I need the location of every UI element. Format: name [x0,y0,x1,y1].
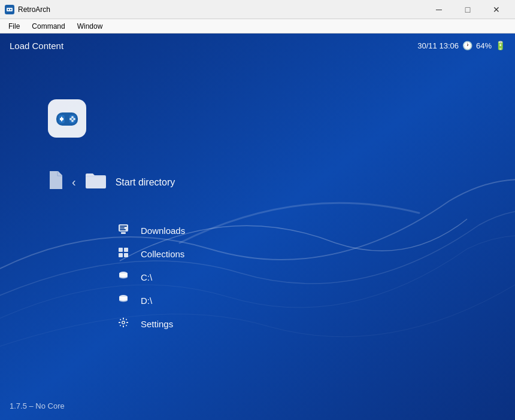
app-icon [5,5,14,14]
menu-bar: File Command Window [0,19,515,34]
downloads-label: Downloads [141,226,185,236]
svg-rect-40 [126,319,128,321]
folder-icon [86,172,106,193]
title-bar-controls: ─ □ ✕ [425,0,510,19]
svg-point-11 [71,120,74,122]
svg-rect-20 [124,248,128,252]
title-bar-left: RetroArch [5,5,50,14]
menu-item-settings[interactable]: Settings [117,312,185,336]
svg-rect-3 [0,34,515,420]
back-arrow-icon[interactable]: ‹ [72,175,76,189]
file-icon [48,171,62,193]
menu-item-collections[interactable]: Collections [117,242,185,266]
svg-rect-41 [120,325,122,327]
svg-rect-38 [126,322,128,323]
svg-rect-18 [121,232,126,234]
svg-point-34 [123,322,125,324]
settings-label: Settings [141,319,173,329]
svg-point-32 [119,299,128,302]
app-logo [48,99,86,138]
svg-point-10 [73,118,75,120]
svg-point-27 [119,276,128,279]
battery-label: 64% [476,41,492,50]
d-drive-icon [117,294,130,308]
svg-rect-19 [119,248,123,252]
main-content: Load Content 30/11 13:06 🕐 64% 🔋 [0,34,515,420]
c-drive-label: C:\ [141,272,152,282]
svg-rect-36 [123,325,124,327]
title-bar: RetroArch ─ □ ✕ [0,0,515,19]
svg-rect-37 [119,322,120,323]
menu-window[interactable]: Window [71,19,109,33]
svg-rect-17 [120,229,126,230]
downloads-icon [117,224,130,238]
close-button[interactable]: ✕ [483,0,510,19]
collections-icon [117,247,130,261]
svg-rect-8 [61,117,62,121]
svg-point-12 [69,118,72,120]
svg-rect-39 [120,319,122,321]
menu-list: Downloads Collections [117,219,185,336]
svg-rect-13 [65,117,69,120]
c-drive-icon [117,270,130,284]
svg-point-9 [71,116,74,118]
menu-command[interactable]: Command [26,19,71,33]
datetime-label: 30/11 13:06 [417,41,459,50]
version-label: 1.7.5 – No Core [10,401,65,410]
svg-rect-2 [10,9,11,10]
svg-rect-42 [126,325,128,327]
svg-rect-15 [120,226,127,227]
menu-file[interactable]: File [2,19,26,33]
maximize-button[interactable]: □ [454,0,481,19]
svg-rect-16 [120,227,125,229]
app-logo-box [48,99,86,138]
background-wave [0,34,515,420]
svg-rect-22 [124,253,128,257]
collections-label: Collections [141,249,184,259]
svg-rect-21 [119,253,123,257]
svg-rect-1 [8,9,9,10]
title-text: RetroArch [18,5,50,14]
clock-icon: 🕐 [462,41,472,50]
status-right: 30/11 13:06 🕐 64% 🔋 [417,41,505,50]
menu-item-c-drive[interactable]: C:\ [117,266,185,289]
menu-item-d-drive[interactable]: D:\ [117,289,185,312]
d-drive-label: D:\ [141,296,152,306]
minimize-button[interactable]: ─ [425,0,453,19]
battery-icon: 🔋 [495,41,505,50]
retroarch-logo-icon [54,105,80,132]
settings-icon [117,317,130,331]
top-bar: Load Content 30/11 13:06 🕐 64% 🔋 [0,34,515,57]
svg-rect-0 [7,8,13,11]
load-content-label: Load Content [10,41,63,51]
file-browser: ‹ Start directory [48,171,175,193]
menu-item-downloads[interactable]: Downloads [117,219,185,242]
start-directory-label: Start directory [116,177,175,188]
svg-rect-35 [123,318,124,319]
